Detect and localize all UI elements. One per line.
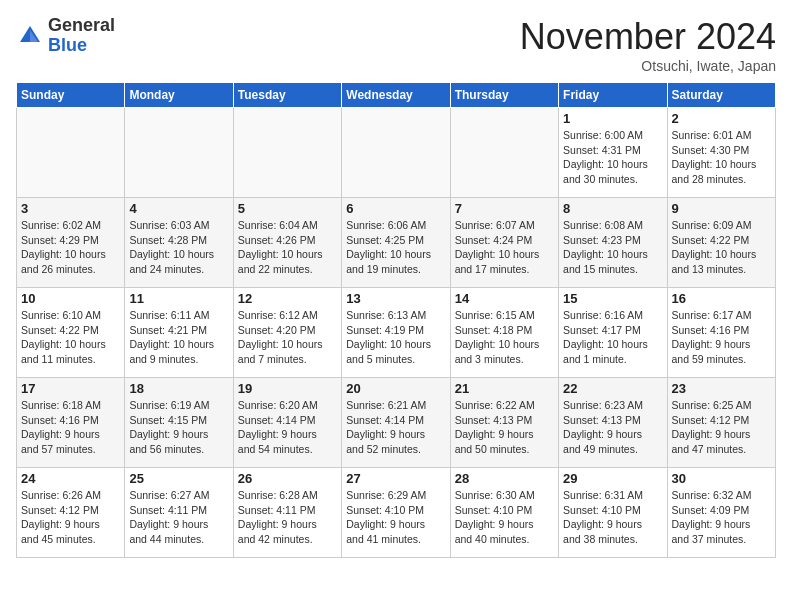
day-number: 25 — [129, 471, 228, 486]
calendar-cell: 8Sunrise: 6:08 AM Sunset: 4:23 PM Daylig… — [559, 198, 667, 288]
day-number: 8 — [563, 201, 662, 216]
day-info: Sunrise: 6:03 AM Sunset: 4:28 PM Dayligh… — [129, 218, 228, 277]
day-number: 15 — [563, 291, 662, 306]
day-info: Sunrise: 6:02 AM Sunset: 4:29 PM Dayligh… — [21, 218, 120, 277]
logo: General Blue — [16, 16, 115, 56]
week-row-0: 1Sunrise: 6:00 AM Sunset: 4:31 PM Daylig… — [17, 108, 776, 198]
calendar-cell — [17, 108, 125, 198]
day-number: 9 — [672, 201, 771, 216]
day-info: Sunrise: 6:29 AM Sunset: 4:10 PM Dayligh… — [346, 488, 445, 547]
calendar-cell — [342, 108, 450, 198]
calendar-cell: 21Sunrise: 6:22 AM Sunset: 4:13 PM Dayli… — [450, 378, 558, 468]
header: General Blue November 2024 Otsuchi, Iwat… — [16, 16, 776, 74]
day-info: Sunrise: 6:25 AM Sunset: 4:12 PM Dayligh… — [672, 398, 771, 457]
day-number: 7 — [455, 201, 554, 216]
calendar-cell: 4Sunrise: 6:03 AM Sunset: 4:28 PM Daylig… — [125, 198, 233, 288]
day-number: 30 — [672, 471, 771, 486]
calendar-cell: 6Sunrise: 6:06 AM Sunset: 4:25 PM Daylig… — [342, 198, 450, 288]
day-number: 16 — [672, 291, 771, 306]
logo-text: General Blue — [48, 16, 115, 56]
calendar-cell: 29Sunrise: 6:31 AM Sunset: 4:10 PM Dayli… — [559, 468, 667, 558]
calendar-cell: 23Sunrise: 6:25 AM Sunset: 4:12 PM Dayli… — [667, 378, 775, 468]
calendar-cell: 22Sunrise: 6:23 AM Sunset: 4:13 PM Dayli… — [559, 378, 667, 468]
day-info: Sunrise: 6:17 AM Sunset: 4:16 PM Dayligh… — [672, 308, 771, 367]
calendar-cell: 26Sunrise: 6:28 AM Sunset: 4:11 PM Dayli… — [233, 468, 341, 558]
day-info: Sunrise: 6:23 AM Sunset: 4:13 PM Dayligh… — [563, 398, 662, 457]
month-title: November 2024 — [520, 16, 776, 58]
day-info: Sunrise: 6:22 AM Sunset: 4:13 PM Dayligh… — [455, 398, 554, 457]
day-number: 18 — [129, 381, 228, 396]
day-info: Sunrise: 6:09 AM Sunset: 4:22 PM Dayligh… — [672, 218, 771, 277]
calendar-cell — [450, 108, 558, 198]
calendar-cell: 25Sunrise: 6:27 AM Sunset: 4:11 PM Dayli… — [125, 468, 233, 558]
weekday-header: SundayMondayTuesdayWednesdayThursdayFrid… — [17, 83, 776, 108]
calendar-cell — [233, 108, 341, 198]
day-info: Sunrise: 6:12 AM Sunset: 4:20 PM Dayligh… — [238, 308, 337, 367]
day-number: 11 — [129, 291, 228, 306]
calendar-cell: 5Sunrise: 6:04 AM Sunset: 4:26 PM Daylig… — [233, 198, 341, 288]
day-info: Sunrise: 6:07 AM Sunset: 4:24 PM Dayligh… — [455, 218, 554, 277]
weekday-thursday: Thursday — [450, 83, 558, 108]
day-number: 13 — [346, 291, 445, 306]
day-number: 3 — [21, 201, 120, 216]
day-info: Sunrise: 6:30 AM Sunset: 4:10 PM Dayligh… — [455, 488, 554, 547]
weekday-saturday: Saturday — [667, 83, 775, 108]
day-number: 23 — [672, 381, 771, 396]
weekday-friday: Friday — [559, 83, 667, 108]
day-number: 19 — [238, 381, 337, 396]
calendar-cell: 10Sunrise: 6:10 AM Sunset: 4:22 PM Dayli… — [17, 288, 125, 378]
title-area: November 2024 Otsuchi, Iwate, Japan — [520, 16, 776, 74]
day-number: 1 — [563, 111, 662, 126]
day-info: Sunrise: 6:15 AM Sunset: 4:18 PM Dayligh… — [455, 308, 554, 367]
day-info: Sunrise: 6:06 AM Sunset: 4:25 PM Dayligh… — [346, 218, 445, 277]
day-number: 21 — [455, 381, 554, 396]
calendar-cell: 20Sunrise: 6:21 AM Sunset: 4:14 PM Dayli… — [342, 378, 450, 468]
day-info: Sunrise: 6:21 AM Sunset: 4:14 PM Dayligh… — [346, 398, 445, 457]
day-number: 14 — [455, 291, 554, 306]
week-row-2: 10Sunrise: 6:10 AM Sunset: 4:22 PM Dayli… — [17, 288, 776, 378]
calendar-cell: 27Sunrise: 6:29 AM Sunset: 4:10 PM Dayli… — [342, 468, 450, 558]
calendar: SundayMondayTuesdayWednesdayThursdayFrid… — [16, 82, 776, 558]
calendar-cell: 12Sunrise: 6:12 AM Sunset: 4:20 PM Dayli… — [233, 288, 341, 378]
day-info: Sunrise: 6:27 AM Sunset: 4:11 PM Dayligh… — [129, 488, 228, 547]
day-info: Sunrise: 6:11 AM Sunset: 4:21 PM Dayligh… — [129, 308, 228, 367]
logo-general-text: General — [48, 16, 115, 36]
logo-blue-text: Blue — [48, 36, 115, 56]
calendar-cell: 1Sunrise: 6:00 AM Sunset: 4:31 PM Daylig… — [559, 108, 667, 198]
day-number: 12 — [238, 291, 337, 306]
day-info: Sunrise: 6:04 AM Sunset: 4:26 PM Dayligh… — [238, 218, 337, 277]
weekday-tuesday: Tuesday — [233, 83, 341, 108]
day-info: Sunrise: 6:01 AM Sunset: 4:30 PM Dayligh… — [672, 128, 771, 187]
day-info: Sunrise: 6:26 AM Sunset: 4:12 PM Dayligh… — [21, 488, 120, 547]
day-info: Sunrise: 6:32 AM Sunset: 4:09 PM Dayligh… — [672, 488, 771, 547]
day-number: 2 — [672, 111, 771, 126]
day-info: Sunrise: 6:31 AM Sunset: 4:10 PM Dayligh… — [563, 488, 662, 547]
calendar-cell: 15Sunrise: 6:16 AM Sunset: 4:17 PM Dayli… — [559, 288, 667, 378]
calendar-body: 1Sunrise: 6:00 AM Sunset: 4:31 PM Daylig… — [17, 108, 776, 558]
day-number: 4 — [129, 201, 228, 216]
day-number: 20 — [346, 381, 445, 396]
weekday-monday: Monday — [125, 83, 233, 108]
weekday-wednesday: Wednesday — [342, 83, 450, 108]
calendar-cell: 24Sunrise: 6:26 AM Sunset: 4:12 PM Dayli… — [17, 468, 125, 558]
calendar-cell: 16Sunrise: 6:17 AM Sunset: 4:16 PM Dayli… — [667, 288, 775, 378]
day-info: Sunrise: 6:19 AM Sunset: 4:15 PM Dayligh… — [129, 398, 228, 457]
day-info: Sunrise: 6:13 AM Sunset: 4:19 PM Dayligh… — [346, 308, 445, 367]
weekday-sunday: Sunday — [17, 83, 125, 108]
day-info: Sunrise: 6:16 AM Sunset: 4:17 PM Dayligh… — [563, 308, 662, 367]
day-info: Sunrise: 6:00 AM Sunset: 4:31 PM Dayligh… — [563, 128, 662, 187]
logo-icon — [16, 22, 44, 50]
day-number: 17 — [21, 381, 120, 396]
calendar-cell: 11Sunrise: 6:11 AM Sunset: 4:21 PM Dayli… — [125, 288, 233, 378]
day-number: 22 — [563, 381, 662, 396]
day-info: Sunrise: 6:28 AM Sunset: 4:11 PM Dayligh… — [238, 488, 337, 547]
calendar-cell: 18Sunrise: 6:19 AM Sunset: 4:15 PM Dayli… — [125, 378, 233, 468]
calendar-cell: 2Sunrise: 6:01 AM Sunset: 4:30 PM Daylig… — [667, 108, 775, 198]
calendar-cell: 9Sunrise: 6:09 AM Sunset: 4:22 PM Daylig… — [667, 198, 775, 288]
day-info: Sunrise: 6:18 AM Sunset: 4:16 PM Dayligh… — [21, 398, 120, 457]
calendar-cell: 7Sunrise: 6:07 AM Sunset: 4:24 PM Daylig… — [450, 198, 558, 288]
calendar-cell — [125, 108, 233, 198]
day-info: Sunrise: 6:08 AM Sunset: 4:23 PM Dayligh… — [563, 218, 662, 277]
day-info: Sunrise: 6:20 AM Sunset: 4:14 PM Dayligh… — [238, 398, 337, 457]
day-number: 29 — [563, 471, 662, 486]
